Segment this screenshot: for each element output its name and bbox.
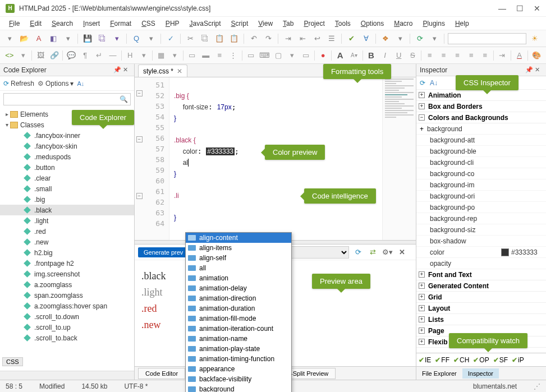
tree-item[interactable]: .red [0, 226, 134, 237]
prop-item[interactable]: background-co [416, 168, 546, 179]
autocomplete-item[interactable]: animation-delay [186, 283, 291, 293]
outdent-icon[interactable]: ⇤ [296, 33, 309, 45]
tree-item[interactable]: .scroll_to.up [0, 322, 134, 333]
undo-icon[interactable]: ↶ [247, 33, 260, 45]
prop-item[interactable]: background-im [416, 179, 546, 191]
close-button[interactable]: ✕ [534, 4, 540, 13]
div-icon[interactable]: ▭ [186, 49, 198, 62]
minimap[interactable] [382, 77, 416, 240]
image-icon[interactable]: 🖼 [34, 49, 47, 62]
prop-item[interactable]: background-siz [416, 224, 546, 236]
save-all-icon[interactable]: ⿻ [96, 33, 108, 45]
editor[interactable]: −−− 5152535455565758596061626364 .big { … [135, 77, 416, 240]
tree-item[interactable]: .big [0, 194, 134, 205]
tree-item[interactable]: .scroll_to.down [0, 311, 134, 322]
prop-group[interactable]: +Grid [416, 292, 546, 303]
light-icon[interactable]: ☀ [529, 33, 541, 45]
list-ul-icon[interactable]: ⋮ [227, 49, 240, 62]
menu-file[interactable]: File [4, 19, 24, 29]
prop-group[interactable]: +Flexib [416, 336, 546, 348]
tree-item[interactable]: img.screenshot [0, 269, 134, 279]
tree-item[interactable]: .small [0, 183, 134, 194]
tree-item[interactable]: .frontpage h2 [0, 258, 134, 269]
underline-icon[interactable]: U [393, 49, 405, 62]
tab-close-icon[interactable]: ✕ [177, 67, 182, 75]
tree-item[interactable]: .clear [0, 173, 134, 183]
browser-dropdown-icon[interactable]: ▾ [394, 33, 406, 45]
menu-project[interactable]: Project [299, 19, 329, 29]
tree-item[interactable]: ▸Elements [0, 109, 134, 119]
tree-item[interactable]: .scroll_to.back [0, 333, 134, 343]
link-icon[interactable]: 🔗 [48, 49, 61, 62]
prop-group[interactable]: −Colors and Backgrounds [416, 112, 546, 123]
menu-plugins[interactable]: Plugins [419, 19, 449, 29]
prop-group[interactable]: +Generated Content [416, 280, 546, 292]
autocomplete-item[interactable]: animation-direction [186, 293, 291, 303]
validate-icon[interactable]: ✔ [345, 33, 357, 45]
prop-group[interactable]: +Font and Text [416, 269, 546, 280]
options-button[interactable]: ⚙Options▾ [38, 80, 74, 87]
tree-item[interactable]: span.zoomglass [0, 290, 134, 301]
menu-edit[interactable]: Edit [25, 19, 46, 29]
menu-macro[interactable]: Macro [389, 19, 417, 29]
palette-icon[interactable]: 🎨 [530, 49, 543, 62]
maximize-button[interactable]: ☐ [516, 4, 524, 13]
preview-close-icon[interactable]: ✕ [396, 247, 407, 258]
search-dropdown-icon[interactable]: ▾ [145, 33, 157, 45]
pin-icon[interactable]: 📌 [113, 66, 121, 74]
autocomplete-item[interactable]: animation-fill-mode [186, 313, 291, 324]
status-resize-icon[interactable]: ⋰ [534, 382, 540, 390]
prop-group[interactable]: +Box and Borders [416, 101, 546, 112]
autocomplete-item[interactable]: animation-duration [186, 303, 291, 313]
menu-php[interactable]: PHP [161, 19, 184, 29]
prop-item[interactable]: background-po [416, 202, 546, 213]
para-icon[interactable]: ¶ [79, 49, 91, 62]
tree-item[interactable]: a.zoomglass:hover span [0, 301, 134, 311]
prop-item[interactable]: opacity [416, 258, 546, 269]
preview-refresh-icon[interactable]: ⟳ [352, 247, 364, 258]
format-icon[interactable]: ∀ [360, 33, 372, 45]
tree-item[interactable]: .new [0, 237, 134, 247]
tree-item[interactable]: ▾Classes [0, 119, 134, 130]
sort-button[interactable]: A↓ [77, 80, 84, 87]
redo-icon[interactable]: ↷ [262, 33, 274, 45]
tree-item[interactable]: .button [0, 162, 134, 173]
code-area[interactable]: .big { font-size: 17px; } .black { color… [169, 77, 382, 240]
panel-close-icon[interactable]: ✕ [123, 66, 131, 74]
tree-item[interactable]: .black [0, 205, 134, 215]
search-input[interactable]: 🔍 [3, 93, 131, 105]
new-file-icon[interactable]: ▾ [3, 33, 16, 45]
indent-icon[interactable]: ⇥ [282, 33, 294, 45]
hscroll[interactable] [0, 371, 134, 380]
select-icon[interactable]: ▾ [286, 49, 299, 62]
menu-insert[interactable]: Insert [79, 19, 104, 29]
autocomplete-item[interactable]: align-self [186, 253, 291, 263]
indent2-icon[interactable]: ⇥ [496, 49, 508, 62]
tree-item[interactable]: .fancybox-inner [0, 130, 134, 141]
button-icon[interactable]: ▢ [272, 49, 285, 62]
fold-column[interactable]: −−− [135, 77, 144, 240]
menu-format[interactable]: Format [105, 19, 136, 29]
right-tab[interactable]: Inspector [462, 368, 499, 379]
menu-tab[interactable]: Tab [278, 19, 298, 29]
prop-group[interactable]: +Page [416, 325, 546, 336]
prop-group[interactable]: +Lists [416, 314, 546, 325]
autocomplete-item[interactable]: animation-timing-function [186, 354, 291, 364]
search-icon[interactable]: 🔍 [120, 95, 128, 103]
tag2-icon[interactable]: ▾ [17, 49, 30, 62]
menu-css[interactable]: CSS [137, 19, 160, 29]
table-dd-icon[interactable]: ▾ [169, 49, 181, 62]
font-smaller-icon[interactable]: A▾ [348, 49, 360, 62]
font-bigger-icon[interactable]: A [334, 49, 346, 62]
colorball-icon[interactable]: ● [317, 49, 329, 62]
search-field[interactable] [6, 96, 120, 103]
bold-icon[interactable]: B [365, 49, 378, 62]
clipboard-icon[interactable]: 📋 [228, 33, 240, 45]
dropdown-icon[interactable]: ▾ [62, 33, 74, 45]
prop-group[interactable]: +Layout [416, 303, 546, 314]
search-icon[interactable]: Q [130, 33, 143, 45]
copy-icon[interactable]: ⿻ [199, 33, 211, 45]
browser-icon[interactable]: ❖ [379, 33, 392, 45]
autocomplete-item[interactable]: align-items [186, 243, 291, 253]
generate-preview-button[interactable]: Generate prev [138, 247, 189, 257]
